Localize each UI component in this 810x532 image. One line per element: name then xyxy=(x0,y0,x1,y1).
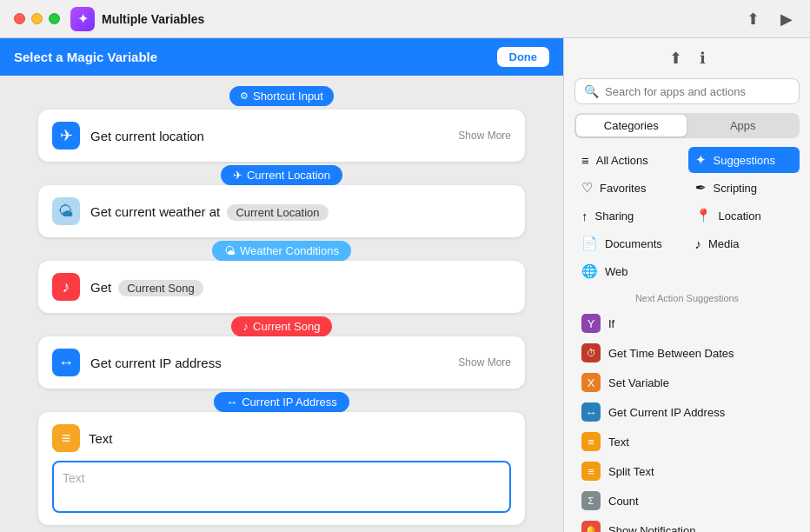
ip-chip-icon: ↔ xyxy=(226,396,237,409)
left-panel: Select a Magic Variable Done ⚙ Shortcut … xyxy=(0,38,563,532)
ip-chip-label: Current IP Address xyxy=(242,396,337,409)
media-icon: ♪ xyxy=(695,236,702,251)
suggestion-set-variable-label: Set Variable xyxy=(608,376,669,389)
scripting-icon: ✒ xyxy=(695,180,707,196)
suggestion-notification[interactable]: 🔔 Show Notification xyxy=(574,515,800,532)
action-card-ip: ↔ Get current IP address Show More xyxy=(38,336,525,389)
main-container: Select a Magic Variable Done ⚙ Shortcut … xyxy=(0,38,810,532)
cat-location[interactable]: 📍 Location xyxy=(688,203,800,229)
cat-documents[interactable]: 📄 Documents xyxy=(574,230,687,256)
suggestion-text-label: Text xyxy=(608,436,629,449)
panel-icon-1[interactable]: ⬆ xyxy=(669,49,682,68)
suggestions-list: Y If ⏱ Get Time Between Dates X Set Vari… xyxy=(574,309,800,532)
cat-suggestions[interactable]: ✦ Suggestions xyxy=(688,147,800,173)
weather-chip-icon: 🌤 xyxy=(224,244,236,257)
window-title: Multiple Variables xyxy=(102,12,743,26)
time-between-icon: ⏱ xyxy=(581,343,601,362)
seg-apps[interactable]: Apps xyxy=(688,115,799,136)
cat-favorites[interactable]: ♡ Favorites xyxy=(574,175,687,201)
suggestion-split-text[interactable]: ≡ Split Text xyxy=(574,456,800,486)
search-icon: 🔍 xyxy=(584,84,599,98)
location-show-more[interactable]: Show More xyxy=(458,130,511,142)
location-output-chip[interactable]: ✈ Current Location xyxy=(221,165,342,185)
workflow-area: ⚙ Shortcut Input ✈ Get current location … xyxy=(0,76,563,532)
notification-icon: 🔔 xyxy=(581,521,601,532)
close-button[interactable] xyxy=(14,13,25,24)
ip-output-chip[interactable]: ↔ Current IP Address xyxy=(214,392,349,412)
set-variable-icon: X xyxy=(581,373,601,392)
suggestion-time-between[interactable]: ⏱ Get Time Between Dates xyxy=(574,338,800,368)
suggestion-if[interactable]: Y If xyxy=(574,309,800,338)
suggestion-notification-label: Show Notification xyxy=(608,524,695,533)
suggestion-time-between-label: Get Time Between Dates xyxy=(608,347,734,360)
ip-show-more[interactable]: Show More xyxy=(458,356,511,369)
cat-web-label: Web xyxy=(605,265,628,278)
shortcut-chip-label: Shortcut Input xyxy=(253,90,323,103)
app-icon: ✦ xyxy=(70,7,95,31)
text-placeholder: Text xyxy=(63,471,85,485)
all-actions-icon: ≡ xyxy=(581,153,589,168)
cat-all-actions[interactable]: ≡ All Actions xyxy=(574,147,687,173)
favorites-icon: ♡ xyxy=(581,180,593,196)
weather-output-chip[interactable]: 🌤 Weather Conditions xyxy=(212,241,351,261)
cat-web[interactable]: 🌐 Web xyxy=(574,258,687,284)
done-button[interactable]: Done xyxy=(497,47,550,67)
maximize-button[interactable] xyxy=(49,13,60,24)
split-text-icon: ≡ xyxy=(581,462,601,481)
suggestion-count-label: Count xyxy=(608,495,639,508)
search-bar: 🔍 xyxy=(574,78,800,104)
text-input-area[interactable]: Text xyxy=(52,461,511,513)
sharing-icon: ↑ xyxy=(581,209,588,223)
magic-variable-header: Select a Magic Variable Done xyxy=(0,38,563,76)
share-button[interactable]: ⬆ xyxy=(743,6,763,32)
location-label: Get current location xyxy=(90,129,448,143)
location-icon: ✈ xyxy=(52,122,80,150)
web-icon: 🌐 xyxy=(581,263,598,279)
cat-location-label: Location xyxy=(719,209,761,223)
segment-control: Categories Apps xyxy=(574,113,800,138)
text-action-card: ≡ Text Text xyxy=(38,412,525,525)
cat-documents-label: Documents xyxy=(605,237,662,250)
action-card-location: ✈ Get current location Show More xyxy=(38,110,525,162)
traffic-lights xyxy=(14,13,60,24)
get-ip-icon: ↔ xyxy=(581,402,601,422)
shortcut-input-chip[interactable]: ⚙ Shortcut Input xyxy=(229,86,334,106)
ip-output-chip-container: ↔ Current IP Address xyxy=(214,392,349,412)
action-card-music: ♪ Get Current Song xyxy=(38,261,525,313)
seg-categories[interactable]: Categories xyxy=(576,115,687,136)
music-output-chip[interactable]: ♪ Current Song xyxy=(231,316,333,336)
if-icon: Y xyxy=(581,314,601,333)
run-button[interactable]: ▶ xyxy=(777,6,796,32)
suggestions-section-label: Next Action Suggestions xyxy=(574,293,800,303)
cat-scripting[interactable]: ✒ Scripting xyxy=(688,175,800,201)
search-input[interactable] xyxy=(605,85,790,98)
music-inline-chip[interactable]: Current Song xyxy=(118,280,202,296)
cat-media[interactable]: ♪ Media xyxy=(688,230,800,256)
suggestions-icon: ✦ xyxy=(695,152,707,168)
cat-favorites-label: Favorites xyxy=(600,182,646,195)
suggestion-text[interactable]: ≡ Text xyxy=(574,427,800,456)
weather-inline-chip[interactable]: Current Location xyxy=(227,204,328,221)
weather-chip-label: Weather Conditions xyxy=(240,244,339,257)
cat-sharing[interactable]: ↑ Sharing xyxy=(574,203,687,229)
shortcut-icon: ⚙ xyxy=(240,90,249,102)
location-chip-icon: ✈ xyxy=(233,169,242,182)
ip-label: Get current IP address xyxy=(90,356,448,370)
suggestion-set-variable[interactable]: X Set Variable xyxy=(574,368,800,397)
panel-top-icons: ⬆ ℹ xyxy=(574,49,800,68)
count-icon: Σ xyxy=(581,491,601,510)
minimize-button[interactable] xyxy=(31,13,43,24)
titlebar-actions: ⬆ ▶ xyxy=(743,6,796,32)
right-panel: ⬆ ℹ 🔍 Categories Apps ≡ All Actions ✦ Su… xyxy=(563,38,810,532)
suggestion-split-text-label: Split Text xyxy=(608,465,654,478)
suggestion-count[interactable]: Σ Count xyxy=(574,486,800,515)
cat-scripting-label: Scripting xyxy=(714,182,758,195)
cat-all-actions-label: All Actions xyxy=(596,154,648,167)
panel-icon-2[interactable]: ℹ xyxy=(700,49,706,68)
music-label: Get Current Song xyxy=(90,280,511,295)
suggestion-get-ip[interactable]: ↔ Get Current IP Address xyxy=(574,397,800,427)
location-cat-icon: 📍 xyxy=(695,208,712,223)
music-chip-icon: ♪ xyxy=(243,320,249,333)
music-icon: ♪ xyxy=(52,273,80,301)
suggestion-if-label: If xyxy=(608,317,614,330)
